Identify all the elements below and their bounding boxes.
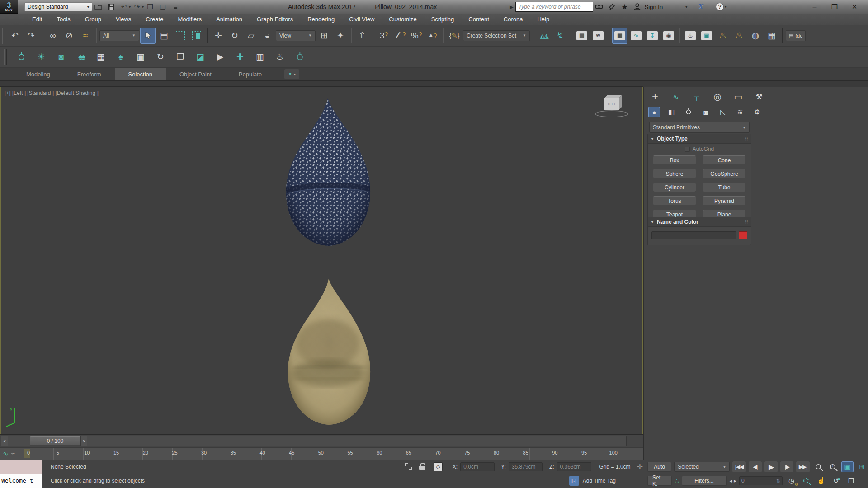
time-slider-handle[interactable]: 0 / 100 bbox=[30, 436, 80, 446]
mirror-button[interactable]: ◭◮ bbox=[536, 28, 552, 44]
select-and-link-icon[interactable]: ∞ bbox=[45, 28, 61, 44]
box-button[interactable]: Box bbox=[653, 155, 696, 165]
toolbar-drag-handle[interactable] bbox=[4, 49, 7, 65]
viewport-left[interactable]: [+] [Left ] [Standard ] [Default Shading… bbox=[0, 87, 643, 434]
curve-editor-button[interactable]: ∿ bbox=[628, 28, 644, 44]
bind-to-space-warp-icon[interactable]: ≈ bbox=[78, 28, 93, 44]
schematic-view-button[interactable]: ↧ bbox=[645, 28, 660, 44]
y-coordinate-field[interactable]: 35,879cm bbox=[509, 462, 543, 471]
sun-light-icon[interactable]: ☀ bbox=[34, 50, 48, 64]
percent-snap-toggle[interactable]: %ʔ bbox=[409, 28, 424, 44]
tab-object-paint[interactable]: Object Paint bbox=[166, 68, 225, 80]
go-to-start-button[interactable]: |◀◀ bbox=[732, 461, 745, 472]
ribbon-minimize-button[interactable]: ▼ ▾ bbox=[284, 69, 299, 79]
menu-animation[interactable]: Animation bbox=[209, 14, 250, 25]
spinner-icon[interactable]: ⇅ bbox=[776, 478, 780, 484]
time-tag-cube-icon[interactable]: ⊡ bbox=[569, 476, 579, 486]
viewcube[interactable]: LEFT bbox=[594, 92, 630, 118]
x-coordinate-field[interactable]: 0,0cm bbox=[460, 462, 495, 471]
reference-coordinate-dropdown[interactable]: View ▼ bbox=[276, 30, 316, 41]
named-selection-set-dropdown[interactable]: Create Selection Set ▼ bbox=[463, 30, 530, 41]
scatter-forest-icon[interactable]: ♠♠ bbox=[74, 50, 88, 64]
redo-dropdown-icon[interactable]: ▾ bbox=[142, 5, 144, 9]
tab-display[interactable]: ▭ bbox=[731, 90, 745, 103]
workspace-dropdown[interactable]: Design Standard ▾ bbox=[24, 2, 92, 11]
redo-button[interactable]: ↷ bbox=[131, 2, 143, 12]
menu-create[interactable]: Create bbox=[138, 14, 170, 25]
align-button[interactable]: ↯ bbox=[552, 28, 568, 44]
select-by-name-button[interactable]: ▤ bbox=[156, 28, 172, 44]
converter-icon[interactable]: ↻ bbox=[154, 50, 167, 64]
unlink-selection-icon[interactable]: ⊘ bbox=[61, 28, 77, 44]
object-name-input[interactable] bbox=[651, 231, 736, 239]
redo-scene-button[interactable]: ↷ bbox=[24, 28, 39, 44]
primitive-category-dropdown[interactable]: Standard Primitives ▼ bbox=[649, 122, 750, 133]
maximize-viewport-toggle[interactable]: ❒ bbox=[845, 475, 857, 486]
select-object-button[interactable] bbox=[140, 28, 156, 44]
autodesk-exchange-icon[interactable]: X bbox=[694, 1, 707, 12]
autogrid-checkbox[interactable] bbox=[685, 147, 690, 152]
menu-tools[interactable]: Tools bbox=[49, 14, 77, 25]
category-geometry[interactable]: ● bbox=[648, 107, 660, 117]
interactive-render-icon[interactable]: ▶ bbox=[213, 50, 227, 64]
selection-lock-icon[interactable] bbox=[419, 463, 425, 470]
save-file-button[interactable] bbox=[105, 2, 117, 12]
category-lights[interactable]: Ϙ bbox=[683, 107, 694, 117]
tab-utilities-wrench-icon[interactable]: ⚒ bbox=[752, 90, 766, 103]
menu-corona[interactable]: Corona bbox=[496, 14, 530, 25]
search-expand-icon[interactable]: ▶ bbox=[510, 5, 514, 9]
select-and-move-button[interactable]: ✛ bbox=[211, 28, 226, 44]
zoom-button[interactable] bbox=[812, 461, 824, 472]
zoom-region-button[interactable] bbox=[800, 475, 812, 486]
category-space-warps[interactable]: ≋ bbox=[734, 107, 746, 117]
render-iterative-button[interactable]: ♨ bbox=[731, 28, 747, 44]
restore-button[interactable]: ❐ bbox=[825, 0, 844, 13]
zoom-extents-all-button[interactable]: ⊞ bbox=[856, 461, 868, 472]
navigation-cross-icon[interactable]: ✛ bbox=[637, 463, 643, 471]
frame-buffer-icon[interactable]: ◪ bbox=[193, 50, 207, 64]
render-in-cloud-button[interactable]: ◍ bbox=[748, 28, 763, 44]
zoom-all-button[interactable] bbox=[827, 461, 839, 472]
angle-snap-toggle[interactable]: ∠ʔ bbox=[392, 28, 408, 44]
render-teapot-icon[interactable]: ♨ bbox=[273, 50, 287, 64]
camera-icon[interactable]: ◙ bbox=[54, 50, 68, 64]
new-scene-button[interactable]: ▢ bbox=[157, 2, 169, 12]
torus-button[interactable]: Torus bbox=[653, 196, 696, 206]
sign-in-dropdown-icon[interactable]: ▾ bbox=[685, 5, 687, 9]
viewport-label[interactable]: [+] [Left ] [Standard ] [Default Shading… bbox=[5, 90, 99, 96]
key-filter-dropdown[interactable]: Selected ▼ bbox=[674, 462, 730, 472]
menu-scripting[interactable]: Scripting bbox=[424, 14, 462, 25]
key-step-arrows[interactable]: ◂ ▸ bbox=[730, 478, 736, 484]
previous-frame-button[interactable]: ◀| bbox=[749, 461, 762, 472]
selection-filter-dropdown[interactable]: All ▼ bbox=[99, 30, 139, 41]
pyramid-button[interactable]: Pyramid bbox=[703, 196, 746, 206]
category-helpers[interactable]: ◺ bbox=[717, 107, 729, 117]
material-editor-button[interactable]: ◉ bbox=[661, 28, 676, 44]
tab-motion[interactable]: ◎ bbox=[711, 90, 724, 103]
toggle-scene-explorer-button[interactable]: ▤ bbox=[574, 28, 590, 44]
add-time-tag-button[interactable]: Add Time Tag bbox=[583, 478, 616, 484]
open-file-button[interactable] bbox=[93, 2, 104, 12]
menu-edit[interactable]: Edit bbox=[25, 14, 49, 25]
tab-populate[interactable]: Populate bbox=[225, 68, 275, 80]
menu-content[interactable]: Content bbox=[461, 14, 496, 25]
rectangular-selection-region-button[interactable] bbox=[173, 28, 188, 44]
camera-add-icon[interactable]: ✚ bbox=[233, 50, 247, 64]
cylinder-button[interactable]: Cylinder bbox=[653, 183, 696, 192]
light-mix-icon[interactable]: Ϙ bbox=[293, 50, 307, 64]
window-crossing-toggle[interactable] bbox=[189, 28, 204, 44]
tab-modify[interactable]: ∿ bbox=[669, 90, 683, 103]
category-cameras[interactable]: ◙ bbox=[700, 107, 712, 117]
proxy-tree-icon[interactable]: ♠ bbox=[114, 50, 127, 64]
toggle-ribbon-button[interactable]: ▦ bbox=[612, 28, 627, 44]
tab-freeform[interactable]: Freeform bbox=[64, 68, 115, 80]
object-type-rollout-header[interactable]: ▼ Object Type ⠿ bbox=[648, 134, 751, 144]
current-frame-field[interactable]: 0 ⇅ bbox=[739, 476, 783, 485]
select-and-rotate-button[interactable]: ↻ bbox=[227, 28, 242, 44]
spinner-snap-toggle[interactable]: ▲ʔ bbox=[425, 28, 440, 44]
time-step-forward-button[interactable]: > bbox=[80, 436, 87, 446]
select-and-scale-button[interactable]: ▱ bbox=[243, 28, 259, 44]
help-button[interactable]: ? bbox=[713, 1, 726, 12]
go-to-end-button[interactable]: ▶▶| bbox=[796, 461, 809, 472]
undo-dropdown-icon[interactable]: ▾ bbox=[129, 5, 131, 9]
